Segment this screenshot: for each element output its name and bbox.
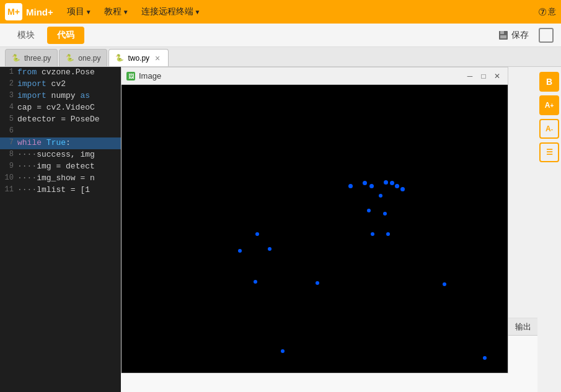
mode-bar: 模块 代码 保存 — [0, 24, 561, 47]
remote-arrow-icon: ▼ — [195, 9, 201, 15]
topbar-right: ⑦ 意 — [538, 6, 556, 18]
pose-dot — [371, 232, 374, 236]
image-window-title: 🖼 Image — [126, 71, 161, 81]
help-button[interactable]: ⑦ 意 — [538, 6, 556, 18]
pose-dot — [254, 280, 257, 284]
pose-dot — [268, 247, 272, 251]
image-window-titlebar: 🖼 Image ─ □ ✕ — [121, 68, 508, 85]
pose-dot — [395, 184, 399, 188]
mode-bar-right: 保存 — [493, 27, 554, 43]
pose-dot — [238, 249, 242, 253]
pose-dot — [367, 209, 371, 212]
pose-dot — [281, 349, 285, 353]
terminal-output-label: 输出 — [515, 321, 531, 333]
code-line-3: 3 import numpy as — [0, 90, 121, 102]
pose-dot — [348, 184, 353, 188]
pose-dot — [386, 232, 390, 236]
right-sidebar: B A+ A- ☰ — [537, 67, 561, 170]
tab-two-label: two.py — [128, 54, 149, 63]
pose-dot — [255, 232, 259, 236]
module-mode-button[interactable]: 模块 — [7, 27, 45, 44]
logo-icon: M+ — [5, 3, 22, 20]
pose-dot — [483, 356, 487, 360]
tab-two-close-icon[interactable]: × — [153, 54, 162, 63]
pose-dot — [384, 180, 388, 185]
main-area: 1 from cvzone.Pose 2 import cv2 3 import… — [0, 67, 561, 392]
help-icon: ⑦ — [538, 6, 547, 18]
code-line-1: 1 from cvzone.Pose — [0, 67, 121, 79]
menu-tutorial[interactable]: 教程 ▼ — [99, 4, 134, 20]
pose-dot — [383, 212, 387, 216]
svg-rect-1 — [500, 31, 504, 34]
menu-remote[interactable]: 连接远程终端 ▼ — [136, 4, 206, 20]
code-line-2: 2 import cv2 — [0, 79, 121, 90]
pose-dot — [379, 194, 382, 198]
code-line-6: 6 — [0, 126, 121, 137]
image-window[interactable]: 🖼 Image ─ □ ✕ — [121, 67, 508, 373]
code-line-8: 8 ····success, img — [0, 149, 121, 161]
tab-one-icon: 🐍 — [66, 54, 74, 62]
window-controls: ─ □ ✕ — [464, 71, 503, 82]
right-panel: 🖼 Image ─ □ ✕ 🔗 终端 输出 INFO: Crea — [121, 67, 561, 392]
tab-one-label: one.py — [78, 54, 100, 63]
tab-two-icon: 🐍 — [115, 54, 124, 62]
pose-dot — [400, 187, 405, 191]
logo-area: M+ Mind+ — [5, 3, 53, 20]
svg-rect-2 — [500, 35, 506, 38]
run-button[interactable] — [539, 28, 554, 43]
code-editor: 1 from cvzone.Pose 2 import cv2 3 import… — [0, 67, 121, 392]
code-mode-button[interactable]: 代码 — [47, 27, 84, 44]
code-lines: 1 from cvzone.Pose 2 import cv2 3 import… — [0, 67, 121, 196]
sidebar-btn-b[interactable]: B — [539, 72, 559, 92]
tab-three-label: three.py — [24, 54, 51, 63]
sidebar-btn-a-plus[interactable]: A+ — [539, 95, 559, 115]
image-canvas — [121, 85, 508, 373]
window-minimize-button[interactable]: ─ — [464, 71, 475, 82]
sidebar-btn-a-special[interactable]: ☰ — [539, 142, 559, 162]
image-window-icon: 🖼 — [126, 72, 135, 81]
save-button[interactable]: 保存 — [493, 27, 534, 43]
tab-three-icon: 🐍 — [12, 54, 20, 62]
code-line-10: 10 ····img_show = n — [0, 173, 121, 185]
top-menubar: M+ Mind+ 项目 ▼ 教程 ▼ 连接远程终端 ▼ ⑦ 意 — [0, 0, 561, 24]
tab-two-py[interactable]: 🐍 two.py × — [108, 49, 169, 66]
code-line-7: 7 while True: — [0, 137, 121, 149]
code-line-11: 11 ····lmlist = [1 — [0, 185, 121, 196]
project-arrow-icon: ▼ — [86, 9, 92, 15]
tutorial-arrow-icon: ▼ — [123, 9, 129, 15]
window-maximize-button[interactable]: □ — [478, 71, 489, 82]
pose-dot — [390, 181, 394, 185]
pose-dot — [369, 184, 374, 188]
code-line-4: 4 cap = cv2.VideoC — [0, 102, 121, 114]
menu-project[interactable]: 项目 ▼ — [62, 4, 97, 20]
file-tabs: 🐍 three.py 🐍 one.py 🐍 two.py × — [0, 47, 561, 67]
tab-one-py[interactable]: 🐍 one.py — [59, 49, 107, 66]
app-name: Mind+ — [26, 7, 53, 17]
tab-three-py[interactable]: 🐍 three.py — [5, 49, 58, 66]
sidebar-btn-a-minus[interactable]: A- — [539, 119, 559, 139]
pose-dot — [363, 181, 367, 185]
save-icon — [498, 30, 509, 41]
pose-dot — [316, 281, 319, 285]
code-line-9: 9 ····img = detect — [0, 161, 121, 173]
code-line-5: 5 detector = PoseDe — [0, 114, 121, 126]
pose-dot — [443, 282, 446, 286]
window-close-button[interactable]: ✕ — [492, 71, 503, 82]
